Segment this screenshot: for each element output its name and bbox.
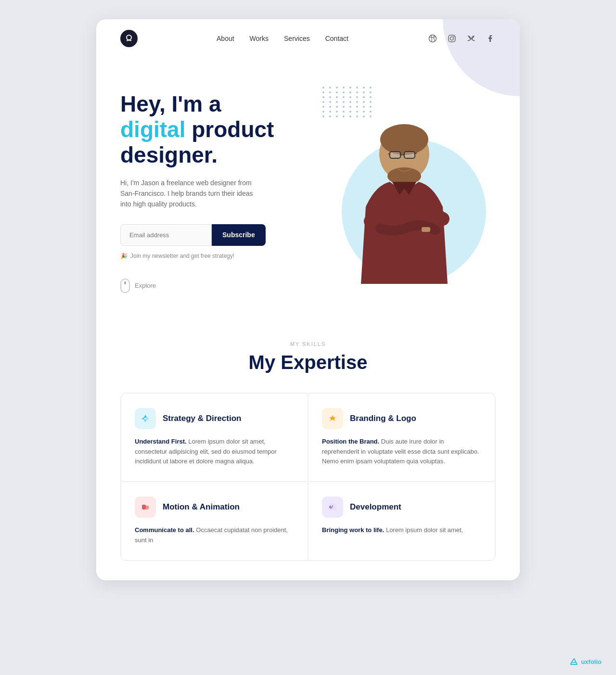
- section-title: My Expertise: [120, 352, 496, 373]
- social-icons: [427, 33, 496, 44]
- skill-card-branding: Branding & Logo Position the Brand. Duis…: [308, 393, 495, 482]
- svg-rect-8: [404, 152, 415, 158]
- dev-bold: Bringing work to life.: [322, 526, 384, 534]
- nav-services[interactable]: Services: [284, 35, 310, 42]
- skill-header-motion: Motion & Animation: [135, 497, 294, 518]
- uxfolio-logo-icon: [570, 658, 578, 665]
- svg-rect-13: [422, 227, 430, 232]
- skill-header-branding: Branding & Logo: [322, 408, 481, 429]
- navbar: About Works Services Contact: [96, 19, 520, 58]
- svg-point-3: [450, 37, 453, 40]
- svg-point-1: [429, 35, 436, 42]
- scroll-icon: [120, 279, 130, 293]
- branding-desc: Position the Brand. Duis aute irure dolo…: [322, 437, 481, 467]
- dev-name: Development: [350, 502, 401, 512]
- page-container: About Works Services Contact: [96, 19, 520, 580]
- svg-marker-17: [570, 659, 577, 664]
- skills-section: MY SKILLS My Expertise Strategy & Direct…: [96, 312, 520, 580]
- hero-digital: digital: [120, 117, 185, 142]
- motion-bold: Communicate to all.: [135, 526, 194, 534]
- motion-icon: [135, 497, 156, 518]
- branding-icon: [322, 408, 343, 429]
- explore-link[interactable]: Explore: [120, 279, 313, 293]
- party-emoji: 🎉: [120, 253, 128, 259]
- dribbble-icon[interactable]: [427, 33, 438, 44]
- skills-grid: Strategy & Direction Understand First. L…: [120, 393, 496, 561]
- watermark: uxfolio: [570, 658, 602, 665]
- svg-point-4: [453, 36, 454, 37]
- newsletter-note: 🎉 Join my newsletter and get free strate…: [120, 253, 313, 259]
- explore-label: Explore: [135, 282, 156, 289]
- section-label: MY SKILLS: [120, 341, 496, 347]
- strategy-name: Strategy & Direction: [163, 414, 241, 423]
- nav-contact[interactable]: Contact: [325, 35, 348, 42]
- svg-point-0: [127, 35, 131, 40]
- svg-rect-15: [145, 506, 149, 509]
- twitter-icon[interactable]: [466, 33, 476, 44]
- motion-desc: Communicate to all. Occaecat cupidatat n…: [135, 525, 294, 546]
- dev-desc: Bringing work to life. Lorem ipsum dolor…: [322, 525, 481, 535]
- svg-rect-7: [390, 152, 400, 158]
- strategy-icon: [135, 408, 156, 429]
- instagram-icon[interactable]: [447, 33, 457, 44]
- skill-card-dev: Development Bringing work to life. Lorem…: [308, 482, 495, 560]
- hero-designer: designer.: [120, 142, 218, 167]
- logo[interactable]: [120, 30, 138, 47]
- hero-subtitle: Hi, I'm Jason a freelance web designer f…: [120, 178, 265, 210]
- subscribe-button[interactable]: Subscribe: [212, 224, 266, 246]
- skill-card-motion: Motion & Animation Communicate to all. O…: [121, 482, 308, 560]
- nav-links: About Works Services Contact: [217, 34, 348, 43]
- hero-section: Hey, I'm a digital product designer. Hi,…: [96, 58, 520, 312]
- hero-title: Hey, I'm a digital product designer.: [120, 91, 313, 168]
- scroll-dot: [124, 281, 126, 284]
- strategy-bold: Understand First.: [135, 438, 187, 445]
- hero-right: const dotGrid = document.currentScript.p…: [313, 82, 496, 284]
- facebook-icon[interactable]: [485, 33, 496, 44]
- nav-about[interactable]: About: [217, 35, 234, 42]
- svg-point-6: [380, 124, 428, 155]
- svg-rect-2: [449, 35, 455, 42]
- branding-bold: Position the Brand.: [322, 438, 379, 445]
- person-svg: [342, 111, 467, 284]
- hero-headline-p1: Hey, I'm a: [120, 91, 221, 116]
- hero-product: product: [192, 117, 274, 142]
- skill-header-dev: Development: [322, 497, 481, 518]
- newsletter-text: Join my newsletter and get free strategy…: [130, 253, 234, 259]
- email-row: Subscribe: [120, 224, 313, 246]
- email-input[interactable]: [120, 224, 212, 246]
- strategy-desc: Understand First. Lorem ipsum dolor sit …: [135, 437, 294, 467]
- skill-card-strategy: Strategy & Direction Understand First. L…: [121, 393, 308, 482]
- branding-name: Branding & Logo: [350, 414, 416, 423]
- motion-name: Motion & Animation: [163, 502, 240, 512]
- dev-icon: [322, 497, 343, 518]
- hero-left: Hey, I'm a digital product designer. Hi,…: [120, 82, 313, 293]
- watermark-label: uxfolio: [581, 658, 602, 665]
- nav-works[interactable]: Works: [250, 35, 269, 42]
- hero-portrait: [337, 101, 472, 284]
- skill-header-strategy: Strategy & Direction: [135, 408, 294, 429]
